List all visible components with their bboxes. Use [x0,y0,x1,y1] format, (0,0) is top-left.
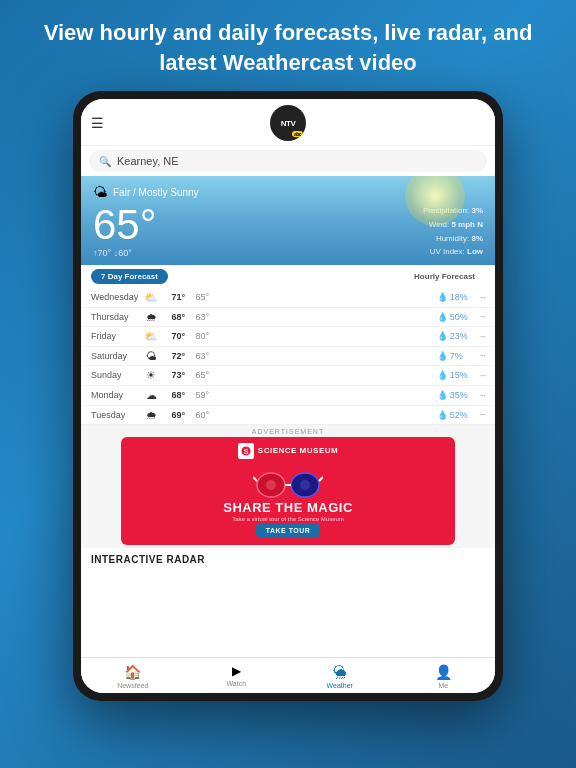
search-bar[interactable]: 🔍 Kearney, NE [89,150,487,172]
watch-icon: ▶ [232,664,241,678]
table-row: Wednesday ⛅ 71° 65° 💧 18% ··· [81,288,495,308]
app-bar: ☰ NTV abc [81,99,495,146]
radar-title: INTERACTIVE RADAR [91,554,485,565]
svg-point-7 [266,480,276,490]
device-screen: ☰ NTV abc 🔍 Kearney, NE 🌤 Fair / Mostly … [81,99,495,693]
ad-label: ADVERTISEMENT [81,428,495,435]
nav-item-watch[interactable]: ▶ Watch [185,662,289,691]
nav-item-weather[interactable]: 🌦 Weather [288,662,392,691]
search-icon: 🔍 [99,156,111,167]
temp-section: 65° ↑70° ↓60° [93,204,157,258]
table-row: Monday ☁ 68° 59° 💧 35% ··· [81,386,495,406]
home-icon: 🏠 [124,664,141,680]
table-row: Tuesday 🌧 69° 60° 💧 52% ··· [81,406,495,425]
app-logo: NTV abc [111,105,465,141]
user-icon: 👤 [435,664,452,680]
condition-icon: 🌤 [93,184,107,200]
science-museum-header: S SCIENCE MUSEUM [238,443,338,459]
nav-item-newsfeed[interactable]: 🏠 Newsfeed [81,662,185,691]
temp-range: ↑70° ↓60° [93,248,157,258]
table-row: Sunday ☀ 73° 65° 💧 15% ··· [81,366,495,386]
table-row: Thursday 🌧 68° 63° 💧 50% ··· [81,308,495,327]
page-headline: View hourly and daily forecasts, live ra… [0,0,576,91]
svg-text:S: S [243,448,248,455]
science-museum-title: SCIENCE MUSEUM [258,446,338,455]
condition-text: Fair / Mostly Sunny [113,187,199,198]
logo-badge: NTV abc [270,105,306,141]
bottom-nav: 🏠 Newsfeed ▶ Watch 🌦 Weather 👤 Me [81,657,495,693]
logo-abc-text: abc [292,131,303,137]
weather-hero: 🌤 Fair / Mostly Sunny 65° ↑70° ↓60° Prec… [81,176,495,264]
menu-icon[interactable]: ☰ [91,115,111,131]
seven-day-tab[interactable]: 7 Day Forecast [91,269,168,284]
take-tour-button[interactable]: TAKE TOUR [256,524,321,537]
ad-banner[interactable]: S SCIENCE MUSEUM SHARE THE MAGIC Take [121,437,455,545]
device-frame: ☰ NTV abc 🔍 Kearney, NE 🌤 Fair / Mostly … [73,91,503,701]
forecast-list: Wednesday ⛅ 71° 65° 💧 18% ··· Thursday 🌧… [81,288,495,425]
search-value: Kearney, NE [117,155,179,167]
hourly-tab[interactable]: Hourly Forecast [404,269,485,284]
logo-ntv-text: NTV [281,119,296,128]
svg-line-5 [253,477,257,481]
forecast-tabs: 7 Day Forecast Hourly Forecast [81,265,495,288]
nav-label-weather: Weather [327,682,353,689]
nav-label-me: Me [438,682,448,689]
svg-point-8 [300,480,310,490]
ad-section: ADVERTISEMENT S SCIENCE MUSEUM [81,425,495,548]
temperature-display: 65° [93,204,157,246]
nav-label-newsfeed: Newsfeed [117,682,148,689]
weather-icon: 🌦 [333,664,347,680]
radar-section: INTERACTIVE RADAR [81,548,495,569]
table-row: Saturday 🌤 72° 63° 💧 7% ··· [81,347,495,366]
museum-logo-icon: S [238,443,254,459]
nav-item-me[interactable]: 👤 Me [392,662,496,691]
ad-subtext: Take a virtual tour of the Science Museu… [232,516,344,522]
nav-label-watch: Watch [226,680,246,687]
ad-headline: SHARE THE MAGIC [223,501,353,514]
glasses-graphic [253,463,323,501]
table-row: Friday ⛅ 70° 80° 💧 23% ··· [81,327,495,347]
svg-line-6 [319,477,323,481]
museum-logo-svg: S [240,445,252,457]
